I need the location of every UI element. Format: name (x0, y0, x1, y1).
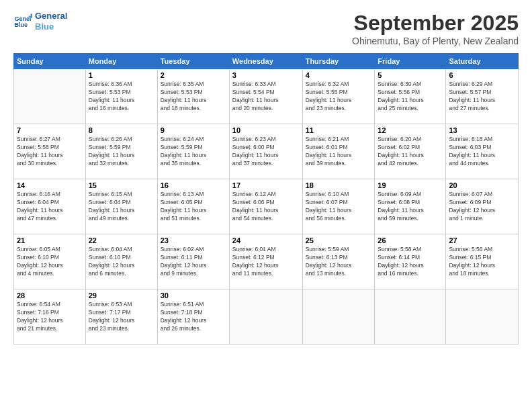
calendar-cell: 12Sunrise: 6:20 AM Sunset: 6:02 PM Dayli… (375, 124, 446, 179)
day-info: Sunrise: 6:02 AM Sunset: 6:11 PM Dayligh… (161, 246, 226, 278)
calendar-cell: 6Sunrise: 6:29 AM Sunset: 5:57 PM Daylig… (446, 69, 519, 124)
weekday-header: Saturday (446, 54, 519, 69)
logo-line2: Blue (35, 21, 67, 32)
calendar-cell: 19Sunrise: 6:09 AM Sunset: 6:08 PM Dayli… (375, 179, 446, 234)
calendar-cell: 26Sunrise: 5:58 AM Sunset: 6:14 PM Dayli… (375, 234, 446, 289)
day-info: Sunrise: 6:26 AM Sunset: 5:59 PM Dayligh… (89, 136, 154, 168)
day-info: Sunrise: 5:56 AM Sunset: 6:15 PM Dayligh… (449, 246, 515, 278)
day-number: 16 (161, 181, 226, 189)
day-info: Sunrise: 6:54 AM Sunset: 7:16 PM Dayligh… (17, 301, 83, 333)
day-number: 13 (449, 126, 515, 134)
weekday-header: Friday (375, 54, 446, 69)
weekday-header: Tuesday (157, 54, 229, 69)
month-title: September 2025 (352, 11, 519, 36)
day-number: 8 (89, 126, 154, 134)
day-info: Sunrise: 6:15 AM Sunset: 6:04 PM Dayligh… (89, 191, 154, 223)
calendar-cell: 20Sunrise: 6:07 AM Sunset: 6:09 PM Dayli… (446, 179, 519, 234)
calendar-cell (14, 69, 86, 124)
day-number: 30 (161, 291, 226, 300)
day-number: 3 (232, 71, 300, 79)
day-number: 7 (17, 126, 83, 134)
day-number: 11 (306, 126, 372, 134)
day-number: 2 (161, 71, 226, 79)
day-info: Sunrise: 6:51 AM Sunset: 7:18 PM Dayligh… (161, 301, 226, 333)
calendar-cell: 11Sunrise: 6:21 AM Sunset: 6:01 PM Dayli… (302, 124, 375, 179)
day-info: Sunrise: 6:30 AM Sunset: 5:56 PM Dayligh… (378, 81, 443, 113)
day-info: Sunrise: 6:07 AM Sunset: 6:09 PM Dayligh… (449, 191, 515, 223)
title-block: September 2025 Ohinemutu, Bay of Plenty,… (352, 11, 519, 46)
day-number: 29 (89, 291, 154, 300)
calendar-cell: 18Sunrise: 6:10 AM Sunset: 6:07 PM Dayli… (302, 179, 375, 234)
day-info: Sunrise: 6:35 AM Sunset: 5:53 PM Dayligh… (161, 81, 226, 113)
day-info: Sunrise: 6:09 AM Sunset: 6:08 PM Dayligh… (378, 191, 443, 223)
weekday-header: Wednesday (229, 54, 302, 69)
day-number: 10 (232, 126, 300, 134)
calendar-cell: 27Sunrise: 5:56 AM Sunset: 6:15 PM Dayli… (446, 234, 519, 289)
day-number: 27 (449, 236, 515, 244)
day-info: Sunrise: 5:59 AM Sunset: 6:13 PM Dayligh… (306, 246, 372, 278)
day-number: 9 (161, 126, 226, 134)
calendar-cell: 4Sunrise: 6:32 AM Sunset: 5:55 PM Daylig… (302, 69, 375, 124)
calendar-cell: 29Sunrise: 6:53 AM Sunset: 7:17 PM Dayli… (85, 289, 157, 345)
calendar-cell: 8Sunrise: 6:26 AM Sunset: 5:59 PM Daylig… (85, 124, 157, 179)
day-number: 1 (89, 71, 154, 79)
day-info: Sunrise: 6:05 AM Sunset: 6:10 PM Dayligh… (17, 246, 83, 278)
day-number: 24 (232, 236, 300, 244)
calendar-cell: 9Sunrise: 6:24 AM Sunset: 5:59 PM Daylig… (157, 124, 229, 179)
calendar-week-row: 7Sunrise: 6:27 AM Sunset: 5:58 PM Daylig… (14, 124, 519, 179)
day-number: 21 (17, 236, 83, 244)
day-number: 4 (306, 71, 372, 79)
calendar-cell: 21Sunrise: 6:05 AM Sunset: 6:10 PM Dayli… (14, 234, 86, 289)
day-info: Sunrise: 6:21 AM Sunset: 6:01 PM Dayligh… (306, 136, 372, 168)
calendar-week-row: 14Sunrise: 6:16 AM Sunset: 6:04 PM Dayli… (14, 179, 519, 234)
day-number: 20 (449, 181, 515, 189)
calendar-week-row: 28Sunrise: 6:54 AM Sunset: 7:16 PM Dayli… (14, 289, 519, 345)
day-info: Sunrise: 6:10 AM Sunset: 6:07 PM Dayligh… (306, 191, 372, 223)
day-info: Sunrise: 6:18 AM Sunset: 6:03 PM Dayligh… (449, 136, 515, 168)
calendar-cell (229, 289, 302, 345)
day-info: Sunrise: 6:01 AM Sunset: 6:12 PM Dayligh… (232, 246, 300, 278)
logo: General Blue General Blue (13, 11, 67, 32)
day-number: 15 (89, 181, 154, 189)
day-number: 22 (89, 236, 154, 244)
calendar-cell: 5Sunrise: 6:30 AM Sunset: 5:56 PM Daylig… (375, 69, 446, 124)
logo-line1: General (35, 11, 67, 21)
day-number: 18 (306, 181, 372, 189)
day-info: Sunrise: 6:20 AM Sunset: 6:02 PM Dayligh… (378, 136, 443, 168)
weekday-header: Thursday (302, 54, 375, 69)
calendar-cell: 15Sunrise: 6:15 AM Sunset: 6:04 PM Dayli… (85, 179, 157, 234)
calendar-header-row: SundayMondayTuesdayWednesdayThursdayFrid… (14, 54, 519, 69)
day-info: Sunrise: 6:29 AM Sunset: 5:57 PM Dayligh… (449, 81, 515, 113)
day-info: Sunrise: 6:16 AM Sunset: 6:04 PM Dayligh… (17, 191, 83, 223)
calendar-cell: 14Sunrise: 6:16 AM Sunset: 6:04 PM Dayli… (14, 179, 86, 234)
calendar-cell: 24Sunrise: 6:01 AM Sunset: 6:12 PM Dayli… (229, 234, 302, 289)
day-number: 19 (378, 181, 443, 189)
day-number: 23 (161, 236, 226, 244)
calendar-cell: 30Sunrise: 6:51 AM Sunset: 7:18 PM Dayli… (157, 289, 229, 345)
weekday-header: Sunday (14, 54, 86, 69)
calendar-cell: 10Sunrise: 6:23 AM Sunset: 6:00 PM Dayli… (229, 124, 302, 179)
calendar: SundayMondayTuesdayWednesdayThursdayFrid… (13, 53, 519, 345)
calendar-cell: 13Sunrise: 6:18 AM Sunset: 6:03 PM Dayli… (446, 124, 519, 179)
calendar-cell: 16Sunrise: 6:13 AM Sunset: 6:05 PM Dayli… (157, 179, 229, 234)
calendar-cell (375, 289, 446, 345)
day-number: 17 (232, 181, 300, 189)
day-info: Sunrise: 5:58 AM Sunset: 6:14 PM Dayligh… (378, 246, 443, 278)
day-info: Sunrise: 6:32 AM Sunset: 5:55 PM Dayligh… (306, 81, 372, 113)
svg-text:Blue: Blue (14, 21, 28, 28)
logo-icon: General Blue (13, 12, 32, 31)
calendar-week-row: 21Sunrise: 6:05 AM Sunset: 6:10 PM Dayli… (14, 234, 519, 289)
day-info: Sunrise: 6:13 AM Sunset: 6:05 PM Dayligh… (161, 191, 226, 223)
day-info: Sunrise: 6:33 AM Sunset: 5:54 PM Dayligh… (232, 81, 300, 113)
calendar-cell: 2Sunrise: 6:35 AM Sunset: 5:53 PM Daylig… (157, 69, 229, 124)
calendar-cell: 7Sunrise: 6:27 AM Sunset: 5:58 PM Daylig… (14, 124, 86, 179)
day-number: 25 (306, 236, 372, 244)
day-number: 28 (17, 291, 83, 300)
day-info: Sunrise: 6:04 AM Sunset: 6:10 PM Dayligh… (89, 246, 154, 278)
day-number: 12 (378, 126, 443, 134)
location-title: Ohinemutu, Bay of Plenty, New Zealand (352, 36, 519, 46)
calendar-week-row: 1Sunrise: 6:36 AM Sunset: 5:53 PM Daylig… (14, 69, 519, 124)
calendar-cell: 23Sunrise: 6:02 AM Sunset: 6:11 PM Dayli… (157, 234, 229, 289)
calendar-cell: 3Sunrise: 6:33 AM Sunset: 5:54 PM Daylig… (229, 69, 302, 124)
day-info: Sunrise: 6:27 AM Sunset: 5:58 PM Dayligh… (17, 136, 83, 168)
